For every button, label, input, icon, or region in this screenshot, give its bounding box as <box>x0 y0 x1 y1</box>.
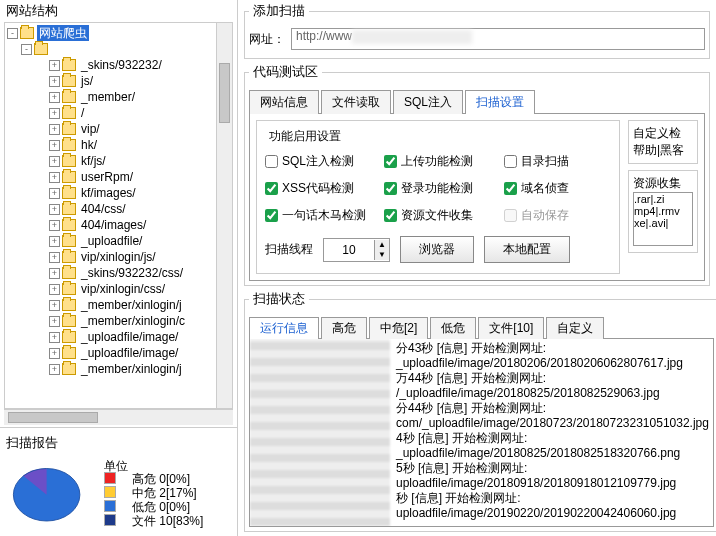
expand-icon[interactable]: + <box>49 316 60 327</box>
folder-icon <box>62 283 76 295</box>
local-config-button[interactable]: 本地配置 <box>484 236 570 263</box>
tab-1[interactable]: 文件读取 <box>321 90 391 114</box>
log-line: /_uploadfile/image/20180825/201808252906… <box>396 386 709 401</box>
check-input-4[interactable] <box>384 182 397 195</box>
tree-scrollbar[interactable] <box>216 23 232 408</box>
collapse-icon[interactable]: - <box>21 44 32 55</box>
spin-up-icon[interactable]: ▲ <box>375 240 389 250</box>
check-5[interactable]: 域名侦查 <box>504 180 611 197</box>
tree-node-label: hk/ <box>79 137 99 153</box>
expand-icon[interactable]: + <box>49 332 60 343</box>
status-tab-1[interactable]: 高危 <box>321 317 367 339</box>
thread-spinner[interactable]: ▲▼ <box>323 238 390 262</box>
tree-node[interactable]: +404/images/ <box>7 217 230 233</box>
tree-root[interactable]: - 网站爬虫 <box>7 25 230 41</box>
tree-node[interactable]: +userRpm/ <box>7 169 230 185</box>
browser-button[interactable]: 浏览器 <box>400 236 474 263</box>
tree-node[interactable]: +vip/ <box>7 121 230 137</box>
site-tree[interactable]: - 网站爬虫 - +_skins/932232/+js/+_member/+/+… <box>4 22 233 409</box>
tree-node[interactable]: +hk/ <box>7 137 230 153</box>
tree-node[interactable]: +/ <box>7 105 230 121</box>
expand-icon[interactable]: + <box>49 220 60 231</box>
log-line: _uploadfile/image/20180206/2018020606280… <box>396 356 709 371</box>
expand-icon[interactable]: + <box>49 140 60 151</box>
resource-title: 资源收集 <box>633 175 693 192</box>
check-input-5[interactable] <box>504 182 517 195</box>
check-4[interactable]: 登录功能检测 <box>384 180 491 197</box>
check-6[interactable]: 一句话木马检测 <box>265 207 372 224</box>
tree-node[interactable]: +_member/xinlogin/j <box>7 297 230 313</box>
check-input-6[interactable] <box>265 209 278 222</box>
folder-icon <box>62 59 76 71</box>
tree-node[interactable]: +_member/ <box>7 89 230 105</box>
check-0[interactable]: SQL注入检测 <box>265 153 372 170</box>
tree-node[interactable]: +_uploadfile/ <box>7 233 230 249</box>
expand-icon[interactable]: + <box>49 236 60 247</box>
folder-icon <box>62 139 76 151</box>
url-input[interactable]: http://www <box>291 28 705 50</box>
expand-icon[interactable]: + <box>49 108 60 119</box>
check-label: 一句话木马检测 <box>282 207 366 224</box>
tree-node[interactable]: +404/css/ <box>7 201 230 217</box>
expand-icon[interactable]: + <box>49 156 60 167</box>
check-7[interactable]: 资源文件收集 <box>384 207 491 224</box>
check-label: SQL注入检测 <box>282 153 354 170</box>
tab-0[interactable]: 网站信息 <box>249 90 319 114</box>
tree-node[interactable]: +_uploadfile/image/ <box>7 329 230 345</box>
tree-node[interactable]: +js/ <box>7 73 230 89</box>
expand-icon[interactable]: + <box>49 188 60 199</box>
thread-input[interactable] <box>324 239 374 261</box>
tree-root-label[interactable]: 网站爬虫 <box>37 25 89 41</box>
spin-down-icon[interactable]: ▼ <box>375 250 389 260</box>
status-tab-3[interactable]: 低危 <box>430 317 476 339</box>
check-input-0[interactable] <box>265 155 278 168</box>
tree-node[interactable]: - <box>7 41 230 57</box>
tree-node[interactable]: +kf/images/ <box>7 185 230 201</box>
tree-node[interactable]: +_member/xinlogin/j <box>7 361 230 377</box>
folder-icon <box>62 123 76 135</box>
resource-ext-input[interactable] <box>633 192 693 246</box>
folder-icon <box>62 267 76 279</box>
status-tab-5[interactable]: 自定义 <box>546 317 604 339</box>
expand-icon[interactable]: + <box>49 92 60 103</box>
check-3[interactable]: XSS代码检测 <box>265 180 372 197</box>
expand-icon[interactable]: + <box>49 268 60 279</box>
expand-icon[interactable]: + <box>49 284 60 295</box>
check-8: 自动保存 <box>504 207 611 224</box>
swatch-low <box>104 500 116 512</box>
folder-icon <box>62 155 76 167</box>
expand-icon[interactable]: + <box>49 300 60 311</box>
expand-icon[interactable]: + <box>49 124 60 135</box>
collapse-icon[interactable]: - <box>7 28 18 39</box>
tree-node[interactable]: +_skins/932232/css/ <box>7 265 230 281</box>
tree-hscroll[interactable] <box>4 409 233 425</box>
tree-node[interactable]: +_uploadfile/image/ <box>7 345 230 361</box>
expand-icon[interactable]: + <box>49 364 60 375</box>
check-input-2[interactable] <box>504 155 517 168</box>
tree-node[interactable]: +kf/js/ <box>7 153 230 169</box>
tree-node[interactable]: +_member/xinlogin/c <box>7 313 230 329</box>
tab-3[interactable]: 扫描设置 <box>465 90 535 114</box>
check-label: 域名侦查 <box>521 180 569 197</box>
check-input-3[interactable] <box>265 182 278 195</box>
status-tab-4[interactable]: 文件[10] <box>478 317 544 339</box>
expand-icon[interactable]: + <box>49 252 60 263</box>
check-2[interactable]: 目录扫描 <box>504 153 611 170</box>
expand-icon[interactable]: + <box>49 60 60 71</box>
status-tab-2[interactable]: 中危[2] <box>369 317 428 339</box>
log-output[interactable]: 分43秒 [信息] 开始检测网址:_uploadfile/image/20180… <box>249 339 714 527</box>
check-input-7[interactable] <box>384 209 397 222</box>
status-tab-0[interactable]: 运行信息 <box>249 317 319 339</box>
expand-icon[interactable]: + <box>49 172 60 183</box>
expand-icon[interactable]: + <box>49 76 60 87</box>
tree-node[interactable]: +vip/xinlogin/css/ <box>7 281 230 297</box>
check-input-1[interactable] <box>384 155 397 168</box>
check-label: 上传功能检测 <box>401 153 473 170</box>
check-1[interactable]: 上传功能检测 <box>384 153 491 170</box>
tab-2[interactable]: SQL注入 <box>393 90 463 114</box>
tree-node[interactable]: +_skins/932232/ <box>7 57 230 73</box>
expand-icon[interactable]: + <box>49 348 60 359</box>
tree-node-label: _member/xinlogin/j <box>79 297 184 313</box>
tree-node[interactable]: +vip/xinlogin/js/ <box>7 249 230 265</box>
expand-icon[interactable]: + <box>49 204 60 215</box>
